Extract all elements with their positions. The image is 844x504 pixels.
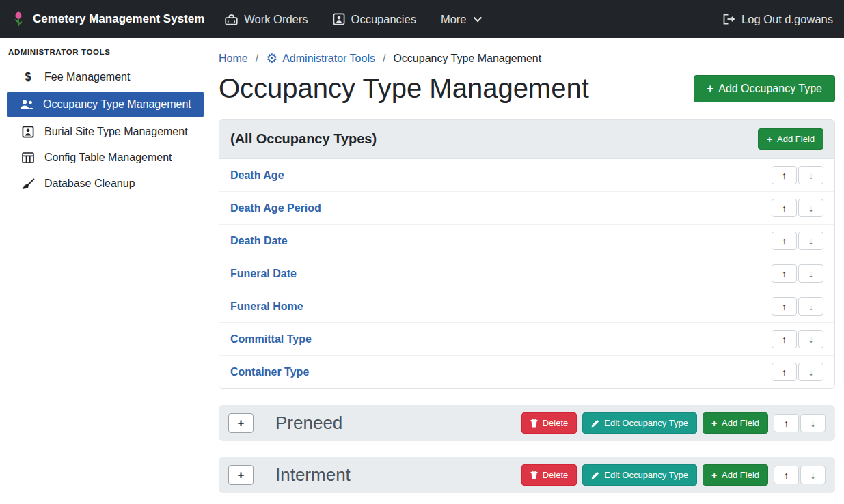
breadcrumb-separator: /	[383, 53, 385, 65]
down-arrow-icon: ↓	[808, 268, 813, 279]
move-up-button[interactable]: ↑	[772, 166, 797, 184]
plus-icon: +	[238, 417, 245, 430]
move-up-button[interactable]: ↑	[772, 264, 797, 283]
edit-occupancy-type-button[interactable]: Edit Occupancy Type	[582, 464, 697, 486]
breadcrumb-home-link[interactable]: Home	[219, 53, 248, 65]
down-arrow-icon: ↓	[808, 367, 813, 378]
section-title: Preneed	[275, 412, 512, 434]
nav-item-more[interactable]: More	[441, 13, 482, 26]
button-label: Delete	[543, 418, 569, 428]
field-row: Container Type ↑ ↓	[219, 356, 834, 388]
add-field-button[interactable]: + Add Field	[758, 128, 823, 150]
up-arrow-icon: ↑	[782, 367, 787, 378]
nav-item-occupancies[interactable]: Occupancies	[333, 13, 416, 26]
field-row: Funeral Home ↑ ↓	[219, 290, 834, 323]
expand-button[interactable]: +	[228, 413, 254, 433]
move-up-button[interactable]: ↑	[772, 232, 797, 250]
nav-item-label: Work Orders	[244, 13, 308, 26]
trash-icon	[530, 471, 538, 479]
move-down-button[interactable]: ↓	[800, 466, 826, 484]
move-up-button[interactable]: ↑	[774, 466, 799, 484]
delete-button[interactable]: Delete	[521, 464, 577, 486]
breadcrumb-admin-tools-link[interactable]: ⚙ Administrator Tools	[266, 52, 375, 65]
reorder-controls: ↑ ↓	[772, 199, 823, 217]
move-up-button[interactable]: ↑	[774, 414, 799, 432]
nav-item-work-orders[interactable]: Work Orders	[225, 13, 308, 26]
brand[interactable]: Cemetery Management System	[11, 10, 204, 29]
reorder-controls: ↑ ↓	[772, 166, 823, 184]
field-row: Committal Type ↑ ↓	[219, 323, 834, 356]
move-down-button[interactable]: ↓	[798, 330, 823, 348]
sidebar-item-label: Fee Management	[44, 71, 130, 83]
card-header: (All Occupancy Types) + Add Field	[219, 120, 834, 159]
add-field-button[interactable]: + Add Field	[703, 464, 768, 486]
table-icon	[21, 152, 36, 163]
field-link[interactable]: Death Age	[230, 169, 284, 182]
move-down-button[interactable]: ↓	[798, 166, 823, 184]
reorder-controls: ↑ ↓	[774, 466, 826, 484]
sidebar-item-config-table-management[interactable]: Config Table Management	[0, 145, 210, 171]
delete-button[interactable]: Delete	[521, 412, 577, 434]
field-row: Death Date ↑ ↓	[219, 225, 834, 257]
reorder-controls: ↑ ↓	[772, 363, 823, 381]
field-link[interactable]: Container Type	[230, 366, 309, 378]
section-actions: Delete Edit Occupancy Type + Add Field ↑	[521, 464, 826, 486]
logout-label: Log Out d.gowans	[741, 13, 833, 26]
breadcrumb-separator: /	[256, 53, 258, 65]
plus-icon: +	[707, 83, 713, 94]
button-label: Add Field	[777, 134, 815, 144]
plus-icon: +	[711, 471, 717, 480]
brand-title: Cemetery Management System	[33, 12, 204, 26]
chevron-down-icon	[473, 16, 482, 23]
move-down-button[interactable]: ↓	[798, 363, 823, 381]
move-down-button[interactable]: ↓	[798, 264, 823, 283]
field-link[interactable]: Death Age Period	[230, 202, 321, 214]
nav-links: Work Orders Occupancies More	[225, 13, 482, 26]
down-arrow-icon: ↓	[811, 418, 815, 429]
move-down-button[interactable]: ↓	[800, 414, 826, 432]
reorder-controls: ↑ ↓	[772, 232, 823, 250]
field-link[interactable]: Funeral Home	[230, 300, 303, 313]
expand-button[interactable]: +	[228, 465, 254, 485]
sidebar-item-fee-management[interactable]: $ Fee Management	[0, 64, 210, 90]
sidebar-item-label: Config Table Management	[44, 152, 172, 164]
top-navbar: Cemetery Management System Work Orders	[0, 0, 844, 38]
move-up-button[interactable]: ↑	[772, 297, 797, 316]
breadcrumb: Home / ⚙ Administrator Tools / Occupancy…	[219, 49, 835, 66]
down-arrow-icon: ↓	[808, 236, 813, 247]
trash-icon	[530, 419, 538, 428]
field-link[interactable]: Death Date	[230, 235, 288, 247]
up-arrow-icon: ↑	[782, 203, 787, 214]
dollar-icon: $	[21, 71, 36, 83]
move-down-button[interactable]: ↓	[798, 232, 823, 250]
move-up-button[interactable]: ↑	[772, 199, 797, 217]
move-up-button[interactable]: ↑	[772, 363, 797, 381]
up-arrow-icon: ↑	[784, 418, 789, 429]
down-arrow-icon: ↓	[808, 170, 813, 181]
logout-button[interactable]: Log Out d.gowans	[722, 13, 833, 26]
burial-site-icon	[21, 126, 36, 138]
pencil-icon	[591, 419, 599, 428]
sidebar-item-occupancy-type-management[interactable]: Occupancy Type Management	[7, 92, 204, 117]
move-down-button[interactable]: ↓	[798, 297, 823, 316]
move-down-button[interactable]: ↓	[798, 199, 823, 217]
add-field-button[interactable]: + Add Field	[703, 412, 768, 434]
sidebar-item-database-cleanup[interactable]: Database Cleanup	[0, 171, 210, 197]
all-occupancy-types-card: (All Occupancy Types) + Add Field Death …	[219, 119, 835, 389]
occupancy-type-section-preneed: + Preneed Delete	[219, 405, 835, 441]
move-up-button[interactable]: ↑	[772, 330, 797, 348]
plus-icon: +	[711, 419, 717, 428]
field-link[interactable]: Funeral Date	[230, 268, 297, 280]
up-arrow-icon: ↑	[782, 170, 787, 181]
up-arrow-icon: ↑	[782, 334, 787, 345]
add-occupancy-type-button[interactable]: + Add Occupancy Type	[694, 75, 835, 102]
title-row: Occupancy Type Management + Add Occupanc…	[219, 73, 835, 104]
sidebar-item-burial-site-type-management[interactable]: Burial Site Type Management	[0, 119, 210, 145]
edit-occupancy-type-button[interactable]: Edit Occupancy Type	[582, 412, 697, 434]
sidebar-heading: Administrator Tools	[0, 44, 210, 64]
field-link[interactable]: Committal Type	[230, 333, 312, 346]
page-title: Occupancy Type Management	[219, 73, 589, 104]
down-arrow-icon: ↓	[811, 470, 815, 481]
sidebar: Administrator Tools $ Fee Management Occ…	[0, 38, 210, 504]
button-label: Add Field	[722, 418, 759, 428]
